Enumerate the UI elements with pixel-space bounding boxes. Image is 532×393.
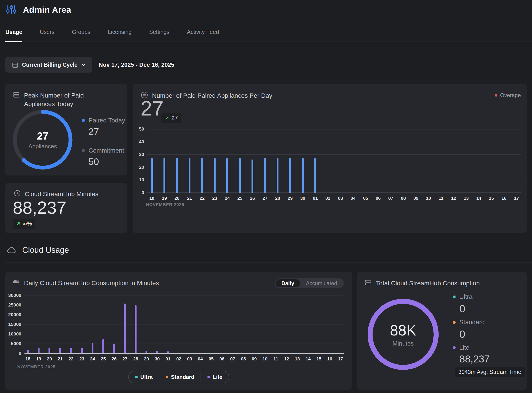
y-axis-tick-label: 10000 bbox=[8, 331, 21, 337]
page-title: Admin Area bbox=[23, 5, 71, 15]
x-axis-tick-label: 01 bbox=[310, 196, 320, 201]
x-axis-tick-label: 09 bbox=[411, 196, 421, 201]
total-consumption-card: Total Cloud StreamHub Consumption 88K Mi… bbox=[357, 272, 527, 390]
bar bbox=[251, 160, 253, 192]
x-axis-tick-label: 11 bbox=[436, 196, 446, 201]
billing-date-range: Nov 17, 2025 - Dec 16, 2025 bbox=[99, 61, 174, 68]
cloud-icon bbox=[7, 246, 16, 254]
trend-up-icon bbox=[16, 221, 21, 226]
billing-cycle-dropdown[interactable]: Current Billing Cycle bbox=[5, 57, 92, 73]
x-axis-tick-label: 21 bbox=[55, 356, 65, 362]
trend-up-icon bbox=[164, 116, 169, 121]
x-axis-tick-label: 16 bbox=[325, 356, 335, 362]
overage-label: Overage bbox=[500, 92, 521, 98]
x-axis-tick-label: 17 bbox=[335, 356, 345, 362]
legend-value: 88,237 bbox=[459, 354, 490, 365]
cloud-consumption-icon bbox=[12, 279, 20, 285]
paired-per-day-bar-chart: 0102030405018192021222324252627282930010… bbox=[147, 129, 521, 192]
x-axis-tick-label: 28 bbox=[131, 356, 140, 362]
bar bbox=[124, 304, 126, 353]
bar bbox=[167, 351, 169, 353]
x-axis-tick-label: 29 bbox=[285, 196, 295, 201]
x-axis-tick-label: 24 bbox=[222, 196, 232, 201]
x-axis-tick-label: 20 bbox=[172, 196, 182, 201]
gridline bbox=[24, 314, 344, 315]
y-axis-tick-label: 15000 bbox=[8, 321, 21, 327]
x-axis-tick-label: 17 bbox=[512, 196, 522, 201]
x-axis-tick-label: 25 bbox=[235, 196, 245, 201]
appliance-icon bbox=[13, 91, 20, 98]
delta-badge: ∞% bbox=[13, 219, 35, 229]
x-axis-tick-label: 19 bbox=[34, 356, 44, 362]
legend-standard[interactable]: Standard bbox=[159, 371, 201, 383]
overage-dot bbox=[495, 94, 498, 97]
x-axis-tick-label: 21 bbox=[185, 196, 194, 201]
bar bbox=[314, 158, 316, 192]
bar bbox=[92, 343, 93, 353]
legend-dot bbox=[82, 119, 85, 122]
minutes-value: 88,237 bbox=[13, 197, 67, 218]
legend-dot bbox=[453, 321, 456, 324]
gridline bbox=[24, 324, 344, 324]
card-title: Daily Cloud StreamHub Consumption in Min… bbox=[24, 279, 159, 287]
legend-label: Standard bbox=[459, 319, 485, 326]
admin-area-page: Admin Area Usage Users Groups Licensing … bbox=[0, 0, 532, 393]
bar bbox=[164, 158, 165, 192]
legend-value: 0 bbox=[459, 328, 485, 340]
y-axis-tick-label: 30 bbox=[131, 152, 144, 157]
x-axis-caption: NOVEMBER 2025 bbox=[17, 364, 55, 369]
tab-groups[interactable]: Groups bbox=[72, 29, 90, 35]
y-axis-tick-label: 40 bbox=[131, 139, 144, 145]
legend-value: 0 bbox=[459, 303, 473, 315]
x-axis-tick-label: 01 bbox=[163, 356, 173, 362]
toggle-accumulated[interactable]: Accumulated bbox=[300, 280, 343, 286]
card-title: Number of Paid Paired Appliances Per Day bbox=[152, 91, 272, 100]
legend-dot bbox=[166, 376, 169, 378]
bar bbox=[201, 158, 203, 192]
x-axis-tick-label: 15 bbox=[486, 196, 496, 201]
x-axis-tick-label: 15 bbox=[314, 356, 324, 362]
donut-value: 27 bbox=[37, 130, 48, 142]
overage-legend: Overage bbox=[495, 92, 521, 98]
x-axis-caption: NOVEMBER 2025 bbox=[146, 202, 184, 207]
bar bbox=[59, 348, 61, 353]
tab-activity-feed[interactable]: Activity Feed bbox=[187, 29, 219, 35]
legend-lite[interactable]: Lite bbox=[201, 371, 229, 383]
legend-item-standard: Standard 0 bbox=[453, 319, 485, 340]
donut-value: 88K bbox=[390, 322, 416, 339]
overage-line bbox=[147, 129, 521, 129]
bar bbox=[48, 348, 50, 353]
legend-item-ultra: Ultra 0 bbox=[453, 293, 473, 315]
x-axis-tick-label: 30 bbox=[152, 356, 162, 362]
main-tabs: Usage Users Groups Licensing Settings Ac… bbox=[5, 29, 532, 42]
bar bbox=[289, 158, 291, 192]
tab-licensing[interactable]: Licensing bbox=[108, 29, 132, 35]
peak-appliances-card: Peak Number of Paid Appliances Today 27 … bbox=[5, 84, 127, 176]
bar bbox=[264, 158, 266, 192]
gridline bbox=[24, 334, 344, 334]
appliances-donut-chart: 27 Appliances bbox=[11, 108, 74, 171]
total-consumption-donut-chart: 88K Minutes bbox=[366, 297, 440, 371]
toggle-daily[interactable]: Daily bbox=[276, 279, 300, 287]
y-axis-tick-label: 20 bbox=[131, 164, 144, 170]
donut-unit: Minutes bbox=[392, 340, 414, 347]
section-divider bbox=[5, 262, 532, 262]
x-axis-tick-label: 13 bbox=[461, 196, 471, 201]
donut-unit: Appliances bbox=[28, 143, 57, 150]
x-axis-tick-label: 06 bbox=[217, 356, 227, 362]
tab-users[interactable]: Users bbox=[40, 29, 54, 35]
y-axis-tick-label: 20000 bbox=[8, 312, 21, 318]
x-axis-tick-label: 03 bbox=[335, 196, 345, 201]
x-axis-tick-label: 24 bbox=[87, 356, 97, 362]
x-axis-tick-label: 18 bbox=[23, 356, 33, 362]
legend-dot bbox=[135, 376, 138, 378]
daily-consumption-card: Daily Cloud StreamHub Consumption in Min… bbox=[5, 272, 352, 390]
legend-item-commitment: Commitment 50 bbox=[82, 147, 124, 167]
legend-label: Lite bbox=[213, 374, 222, 380]
x-axis-tick-label: 05 bbox=[206, 356, 216, 362]
gridline bbox=[147, 192, 521, 193]
tab-usage[interactable]: Usage bbox=[5, 29, 22, 35]
tab-settings[interactable]: Settings bbox=[149, 29, 169, 35]
legend-ultra[interactable]: Ultra bbox=[129, 371, 159, 383]
appliance-icon bbox=[365, 279, 372, 286]
